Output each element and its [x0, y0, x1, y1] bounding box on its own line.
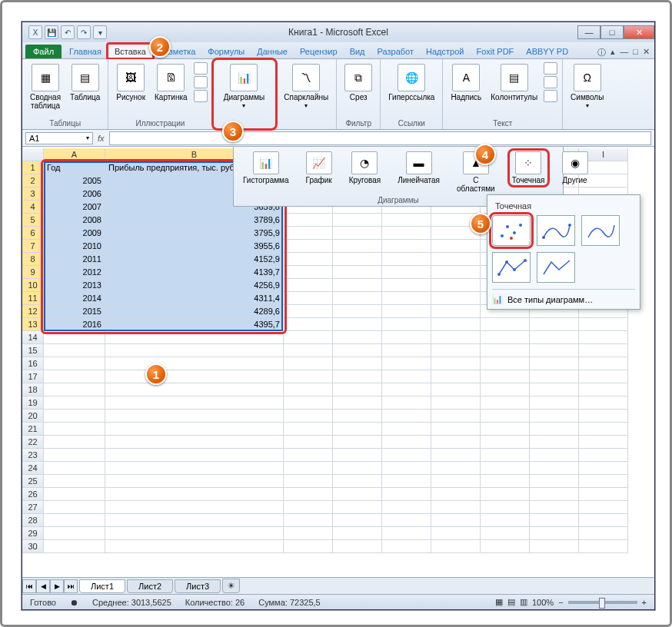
tab-abbyy[interactable]: ABBYY PD — [520, 45, 574, 58]
cell[interactable] — [44, 383, 105, 396]
cell[interactable] — [431, 514, 481, 527]
row-header[interactable]: 26 — [22, 488, 44, 501]
cell[interactable] — [431, 370, 481, 383]
row-header[interactable]: 10 — [22, 279, 44, 292]
tab-review[interactable]: Рецензир — [294, 45, 344, 58]
ribbon-minimize-icon[interactable]: ▴ — [610, 47, 615, 58]
cell[interactable] — [382, 266, 431, 279]
cell[interactable] — [579, 331, 628, 344]
cell[interactable] — [333, 305, 382, 318]
row-header[interactable]: 19 — [22, 396, 44, 410]
cell[interactable] — [44, 357, 105, 370]
tab-home[interactable]: Главная — [63, 45, 108, 58]
chart-type-pie[interactable]: ◔Круговая — [346, 150, 384, 186]
cell[interactable] — [431, 240, 481, 253]
cell[interactable] — [431, 396, 481, 410]
zoom-slider[interactable] — [568, 601, 637, 604]
cell[interactable] — [579, 357, 628, 370]
close-button[interactable]: ✕ — [624, 25, 654, 39]
cell[interactable] — [579, 410, 628, 423]
cell[interactable]: 2010 — [44, 240, 105, 253]
cell[interactable] — [44, 331, 105, 344]
cell[interactable] — [382, 449, 431, 462]
cell[interactable] — [579, 370, 628, 383]
cell[interactable] — [382, 423, 431, 436]
cell[interactable] — [333, 253, 382, 266]
scatter-smooth-markers-option[interactable] — [537, 215, 575, 246]
cell[interactable]: 2014 — [44, 292, 105, 305]
cell[interactable] — [382, 410, 431, 423]
cell[interactable] — [333, 266, 382, 279]
cell[interactable] — [284, 331, 333, 344]
cell[interactable] — [382, 396, 431, 410]
cell[interactable] — [333, 331, 382, 344]
cell[interactable] — [44, 344, 105, 357]
sheet-nav-first[interactable]: ⏮ — [22, 579, 36, 593]
cell[interactable] — [333, 527, 382, 540]
sheet-tab-3[interactable]: Лист3 — [175, 579, 221, 593]
cell[interactable] — [382, 488, 431, 501]
cell[interactable]: 3955,6 — [105, 240, 284, 253]
cell[interactable] — [284, 514, 333, 527]
cell[interactable] — [44, 370, 105, 383]
cell[interactable] — [105, 383, 284, 396]
cell[interactable] — [481, 527, 530, 540]
row-header[interactable]: 14 — [22, 331, 44, 344]
cell[interactable] — [382, 318, 431, 331]
shapes-icon[interactable] — [194, 62, 208, 75]
cell[interactable] — [333, 357, 382, 370]
cell[interactable] — [530, 318, 579, 331]
cell[interactable] — [44, 449, 105, 462]
row-header[interactable]: 16 — [22, 357, 44, 370]
cell[interactable] — [382, 501, 431, 514]
cell[interactable] — [431, 410, 481, 423]
sheet-tab-1[interactable]: Лист1 — [79, 579, 125, 593]
name-box[interactable]: A1▾ — [25, 132, 93, 144]
cell[interactable] — [44, 462, 105, 475]
row-header[interactable]: 22 — [22, 436, 44, 449]
cell[interactable] — [284, 488, 333, 501]
cell[interactable] — [333, 475, 382, 488]
cell[interactable] — [481, 383, 530, 396]
cell[interactable]: 4395,7 — [105, 318, 284, 331]
cell[interactable] — [481, 357, 530, 370]
cell[interactable] — [284, 305, 333, 318]
cell[interactable] — [105, 344, 284, 357]
row-header[interactable]: 17 — [22, 370, 44, 383]
cell[interactable] — [530, 540, 579, 553]
cell[interactable] — [382, 540, 431, 553]
smartart-icon[interactable] — [194, 76, 208, 88]
chart-type-other[interactable]: ◉Другие — [559, 150, 591, 186]
save-icon[interactable]: 💾 — [45, 25, 58, 39]
cell[interactable] — [105, 514, 284, 527]
cell[interactable] — [530, 462, 579, 475]
cell[interactable] — [382, 514, 431, 527]
cell[interactable] — [333, 488, 382, 501]
cell[interactable] — [44, 488, 105, 501]
cell[interactable] — [530, 423, 579, 436]
cell[interactable]: 4311,4 — [105, 292, 284, 305]
cell[interactable] — [44, 527, 105, 540]
cell[interactable] — [579, 423, 628, 436]
signature-icon[interactable] — [544, 76, 557, 88]
row-header[interactable]: 6 — [22, 227, 44, 240]
cell[interactable] — [333, 279, 382, 292]
cell[interactable]: Год — [44, 161, 105, 174]
pivot-table-button[interactable]: ▦ Сводная таблица — [27, 62, 64, 111]
cell[interactable] — [530, 370, 579, 383]
cell[interactable] — [44, 475, 105, 488]
cell[interactable]: 4152,9 — [105, 253, 284, 266]
help-icon[interactable]: ⓘ — [597, 47, 606, 58]
cell[interactable] — [431, 266, 481, 279]
zoom-level[interactable]: 100% — [532, 598, 554, 607]
cell[interactable] — [481, 318, 530, 331]
cell[interactable] — [44, 501, 105, 514]
header-footer-button[interactable]: ▤ Колонтитулы — [487, 62, 541, 103]
cell[interactable] — [105, 462, 284, 475]
cell[interactable] — [105, 501, 284, 514]
cell[interactable] — [44, 423, 105, 436]
cell[interactable] — [481, 540, 530, 553]
cell[interactable] — [481, 436, 530, 449]
cell[interactable] — [481, 423, 530, 436]
cell[interactable] — [530, 514, 579, 527]
